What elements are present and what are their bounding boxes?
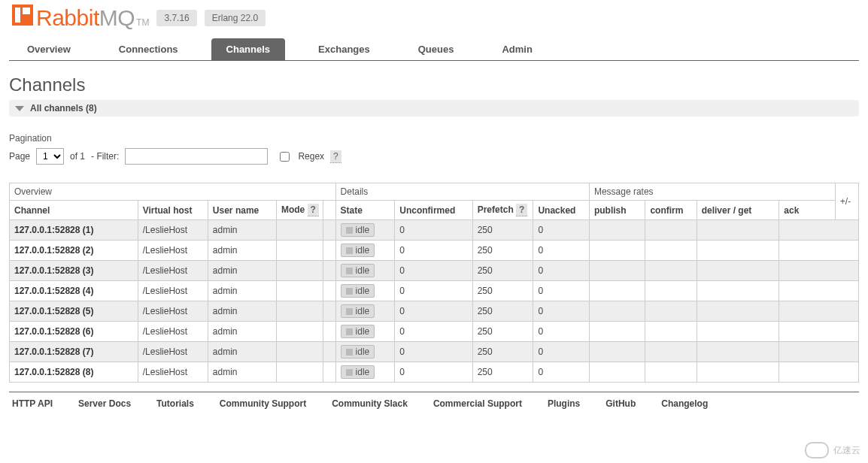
cell-unacked: 0 [533,281,590,301]
mode-help-icon[interactable]: ? [308,204,319,216]
nav-connections[interactable]: Connections [104,38,193,60]
cell-deliver [697,301,779,322]
col-unacked[interactable]: Unacked [533,201,590,220]
cell-confirm [645,342,697,362]
group-overview: Overview [10,183,336,201]
cell-deliver [697,281,779,301]
cell-user: admin [208,241,276,261]
channel-link[interactable]: 127.0.0.1:52828 (1) [14,225,93,235]
nav-queues[interactable]: Queues [403,38,469,60]
regex-help-icon[interactable]: ? [330,150,341,163]
cell-spacer [323,322,335,342]
cell-deliver [697,322,779,342]
cell-deliver [697,220,779,241]
cell-publish [589,241,645,261]
channel-link[interactable]: 127.0.0.1:52828 (6) [14,326,93,337]
channel-link[interactable]: 127.0.0.1:52828 (3) [14,265,93,276]
group-details: Details [335,183,589,201]
cell-confirm [645,301,697,322]
header: RabbitMQ TM 3.7.16 Erlang 22.0 [9,0,859,38]
filter-input[interactable] [125,148,268,165]
regex-checkbox[interactable] [280,152,290,162]
col-confirm[interactable]: confirm [645,201,697,220]
footer-link-community-support[interactable]: Community Support [220,398,306,409]
channel-link[interactable]: 127.0.0.1:52828 (8) [14,367,93,377]
logo[interactable]: RabbitMQ TM [12,5,149,31]
channel-link[interactable]: 127.0.0.1:52828 (2) [14,245,93,256]
footer-link-changelog[interactable]: Changelog [661,398,708,409]
cell-ack [779,301,859,322]
col-state[interactable]: State [335,201,395,220]
cell-spacer [323,362,335,383]
cell-ack [779,220,859,241]
cell-unacked: 0 [533,301,590,322]
cell-state: idle [335,322,395,342]
col-prefetch[interactable]: Prefetch ? [472,201,533,220]
nav-admin[interactable]: Admin [487,38,547,60]
footer: HTTP APIServer DocsTutorialsCommunity Su… [9,392,859,424]
cell-publish [589,261,645,281]
cell-vhost: /LeslieHost [138,241,208,261]
cell-deliver [697,261,779,281]
prefetch-help-icon[interactable]: ? [516,204,527,216]
pagination-controls: Page 1 of 1 - Filter: Regex ? [9,148,859,165]
cell-publish [589,301,645,322]
cell-vhost: /LeslieHost [138,322,208,342]
cell-publish [589,362,645,383]
footer-link-commercial-support[interactable]: Commercial Support [433,398,522,409]
table-row: 127.0.0.1:52828 (3)/LeslieHostadminidle0… [10,261,859,281]
cell-ack [779,322,859,342]
cell-vhost: /LeslieHost [138,301,208,322]
state-icon [346,247,353,254]
nav-overview[interactable]: Overview [12,38,86,60]
cell-unacked: 0 [533,362,590,383]
cell-deliver [697,342,779,362]
table-row: 127.0.0.1:52828 (8)/LeslieHostadminidle0… [10,362,859,383]
channel-link[interactable]: 127.0.0.1:52828 (5) [14,306,93,316]
erlang-badge: Erlang 22.0 [205,10,266,26]
logo-text: RabbitMQ [36,5,135,31]
col-channel[interactable]: Channel [10,201,138,220]
cell-unconfirmed: 0 [395,362,472,383]
col-deliver[interactable]: deliver / get [697,201,779,220]
cell-vhost: /LeslieHost [138,261,208,281]
footer-link-plugins[interactable]: Plugins [548,398,580,409]
footer-link-server-docs[interactable]: Server Docs [78,398,131,409]
nav-exchanges[interactable]: Exchanges [303,38,385,60]
cell-spacer [323,241,335,261]
cell-spacer [323,301,335,322]
table-row: 127.0.0.1:52828 (1)/LeslieHostadminidle0… [10,220,859,241]
cell-deliver [697,241,779,261]
col-unconfirmed[interactable]: Unconfirmed [395,201,472,220]
main-nav: OverviewConnectionsChannelsExchangesQueu… [9,38,859,61]
col-vhost[interactable]: Virtual host [138,201,208,220]
state-icon [346,268,353,274]
cell-ack [779,241,859,261]
channel-link[interactable]: 127.0.0.1:52828 (4) [14,286,93,296]
cell-state: idle [335,241,395,261]
cell-publish [589,281,645,301]
cell-prefetch: 250 [472,322,533,342]
col-mode[interactable]: Mode ? [276,201,323,220]
cell-unacked: 0 [533,322,590,342]
footer-link-github[interactable]: GitHub [605,398,636,409]
nav-channels[interactable]: Channels [211,38,286,60]
footer-link-tutorials[interactable]: Tutorials [156,398,194,409]
rabbitmq-icon [12,5,33,26]
col-publish[interactable]: publish [589,201,645,220]
page-select[interactable]: 1 [36,148,64,165]
table-row: 127.0.0.1:52828 (2)/LeslieHostadminidle0… [10,241,859,261]
columns-toggle[interactable]: +/- [835,183,858,220]
page-title: Channels [9,74,859,95]
footer-link-http-api[interactable]: HTTP API [12,398,53,409]
cell-confirm [645,281,697,301]
col-ack[interactable]: ack [779,201,836,220]
group-rates: Message rates [589,183,835,201]
cell-unconfirmed: 0 [395,322,472,342]
cell-unacked: 0 [533,241,590,261]
cell-vhost: /LeslieHost [138,220,208,241]
channel-link[interactable]: 127.0.0.1:52828 (7) [14,346,93,357]
footer-link-community-slack[interactable]: Community Slack [332,398,408,409]
section-all-channels[interactable]: All channels (8) [9,100,859,117]
col-user[interactable]: User name [208,201,276,220]
